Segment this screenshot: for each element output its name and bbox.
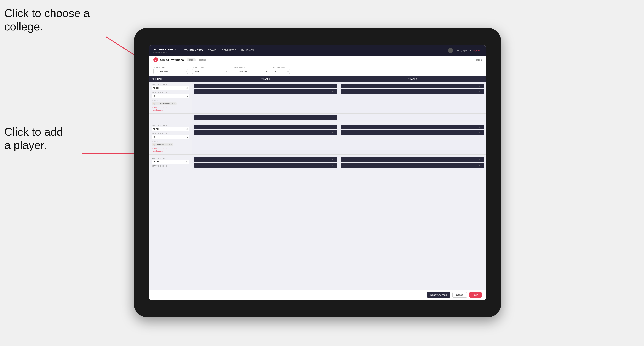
group-size-wrapper: 3: [272, 69, 290, 74]
nav-link-tournaments[interactable]: TOURNAMENTS: [182, 48, 205, 53]
player-slot-1-1[interactable]: × ⋮: [194, 84, 337, 88]
player-slot-3-2[interactable]: × ⋮: [194, 130, 337, 135]
player-x-btn[interactable]: ×: [332, 159, 333, 161]
player-x-btn[interactable]: ×: [478, 91, 480, 93]
course-row-2: 🏌 East Lake GC × ✎: [152, 143, 190, 146]
player-x-btn[interactable]: ×: [478, 164, 480, 167]
clock-icon: ⏱: [226, 70, 228, 73]
player-slot-6-1[interactable]: × ⋮: [341, 157, 484, 162]
player-x-btn[interactable]: ×: [478, 126, 480, 128]
starting-hole-select-2[interactable]: 1: [152, 135, 190, 139]
player-slot-5-2[interactable]: × ⋮: [194, 163, 337, 168]
remove-group-link-1[interactable]: ⊖ Remove Group: [152, 107, 190, 109]
player-x-btn[interactable]: ×: [478, 132, 480, 134]
course-edit-icon-2[interactable]: ✎: [170, 144, 172, 146]
player-chevron-btn[interactable]: ⋮: [481, 91, 483, 93]
starting-time-wrapper: ⏱: [152, 86, 190, 90]
sub-header: C Clippd Invitational (Men) Hosting Back: [149, 56, 486, 64]
player-x-btn[interactable]: ×: [332, 91, 333, 93]
group-3-starting-time-field: STARTING TIME: ⏱: [152, 157, 190, 164]
sign-out-link[interactable]: Sign out: [473, 49, 482, 52]
group-2-course-field: COURSE: 🏌 East Lake GC × ✎: [152, 141, 190, 146]
clock-icon-3: ⏱: [186, 161, 188, 163]
team2-extra-1: [339, 114, 486, 122]
add-group-link-1[interactable]: + Add Group: [152, 109, 190, 111]
course-edit-icon-1[interactable]: ✎: [174, 102, 176, 105]
starting-hole-label: STARTING HOLE:: [152, 91, 190, 93]
reset-changes-button[interactable]: Reset Changes: [427, 292, 450, 298]
player-x-btn[interactable]: ×: [478, 159, 480, 161]
save-button[interactable]: Save: [469, 292, 482, 298]
player-slot-3-1[interactable]: × ⋮: [194, 125, 337, 129]
user-email: blair@clippd.io: [455, 49, 470, 52]
player-slot-2-1[interactable]: × ⋮: [341, 84, 484, 88]
player-x-btn[interactable]: ×: [332, 117, 333, 119]
add-group-link-2[interactable]: + Add Group: [152, 150, 190, 152]
player-chevron-btn[interactable]: ⋮: [334, 164, 336, 167]
player-x-btn[interactable]: ×: [332, 126, 333, 128]
course-tag-1[interactable]: 🏌 (A) Peachtree GC × ✎: [152, 102, 177, 105]
brand-icon: C: [153, 57, 158, 62]
group-size-field: Group Size 3: [272, 66, 290, 74]
starting-time-input-3[interactable]: [152, 160, 190, 164]
course-remove-icon-1[interactable]: ×: [172, 102, 173, 105]
player-slot-extra-1[interactable]: × ⋮: [194, 115, 337, 120]
player-slot-2-2[interactable]: × ⋮: [341, 89, 484, 94]
start-time-input[interactable]: [192, 69, 229, 74]
nav-link-committee[interactable]: COMMITTEE: [220, 48, 238, 53]
player-x-btn[interactable]: ×: [478, 85, 480, 87]
intervals-label: Intervals: [234, 66, 268, 68]
player-slot-5-1[interactable]: × ⋮: [194, 157, 337, 162]
intervals-select[interactable]: 10 Minutes: [234, 69, 268, 74]
player-chevron-btn[interactable]: ⋮: [481, 85, 483, 87]
player-x-btn[interactable]: ×: [332, 164, 333, 167]
player-x-btn[interactable]: ×: [332, 85, 333, 87]
nav-link-teams[interactable]: TEAMS: [206, 48, 218, 53]
remove-group-link-2[interactable]: ⊖ Remove Group: [152, 148, 190, 150]
player-chevron-btn[interactable]: ⋮: [481, 132, 483, 134]
player-chevron-btn[interactable]: ⋮: [334, 132, 336, 134]
nav-links: TOURNAMENTS TEAMS COMMITTEE RANKINGS: [182, 48, 448, 53]
nav-link-rankings[interactable]: RANKINGS: [239, 48, 256, 53]
course-remove-icon-2[interactable]: ×: [169, 144, 170, 146]
starting-hole-label-3: STARTING HOLE:: [152, 165, 190, 167]
player-chevron-btn[interactable]: ⋮: [334, 159, 336, 161]
avatar: [448, 48, 453, 53]
player-slot-4-1[interactable]: × ⋮: [341, 125, 484, 129]
player-chevron-btn[interactable]: ⋮: [334, 85, 336, 87]
clock-icon-2: ⏱: [186, 128, 188, 130]
player-slot-6-2[interactable]: × ⋮: [341, 163, 484, 168]
group-2-starting-time-field: STARTING TIME: ⏱: [152, 125, 190, 131]
gender-badge: (Men): [187, 58, 196, 61]
player-slot-1-2[interactable]: × ⋮: [194, 89, 337, 94]
starting-hole-wrapper-2: 1: [152, 135, 190, 139]
starting-time-label-2: STARTING TIME:: [152, 125, 190, 127]
col-tee-time: Tee Time: [149, 76, 192, 82]
player-chevron-btn[interactable]: ⋮: [334, 117, 336, 119]
group-1-course-field: COURSE: 🏌 (A) Peachtree GC × ✎: [152, 100, 190, 105]
player-chevron-btn[interactable]: ⋮: [481, 164, 483, 167]
cancel-button[interactable]: Cancel: [452, 292, 467, 298]
course-tag-2[interactable]: 🏌 East Lake GC × ✎: [152, 143, 174, 146]
player-chevron-btn[interactable]: ⋮: [334, 91, 336, 93]
player-chevron-btn[interactable]: ⋮: [481, 126, 483, 128]
starting-time-input-1[interactable]: [152, 86, 190, 90]
annotation-college: Click to choose a college.: [4, 6, 90, 33]
clock-icon-1: ⏱: [186, 87, 188, 89]
starting-hole-select-1[interactable]: 1: [152, 94, 190, 98]
player-chevron-btn[interactable]: ⋮: [334, 126, 336, 128]
back-button[interactable]: Back: [476, 58, 482, 61]
start-type-select[interactable]: 1st Tee Start: [153, 69, 188, 74]
course-label-2: COURSE:: [152, 141, 190, 143]
starting-time-wrapper-3: ⏱: [152, 160, 190, 164]
course-row-1: 🏌 (A) Peachtree GC × ✎: [152, 102, 190, 105]
intervals-wrapper: 10 Minutes: [234, 69, 268, 74]
tablet-frame: SCOREBOARD Powered by clippd TOURNAMENTS…: [134, 28, 501, 317]
starting-time-label-3: STARTING TIME:: [152, 157, 190, 159]
starting-time-input-2[interactable]: [152, 127, 190, 131]
group-size-select[interactable]: 3: [272, 69, 290, 74]
player-slot-4-2[interactable]: × ⋮: [341, 130, 484, 135]
player-chevron-btn[interactable]: ⋮: [481, 159, 483, 161]
player-x-btn[interactable]: ×: [332, 132, 333, 134]
nav-logo-sub: Powered by clippd: [153, 51, 176, 53]
